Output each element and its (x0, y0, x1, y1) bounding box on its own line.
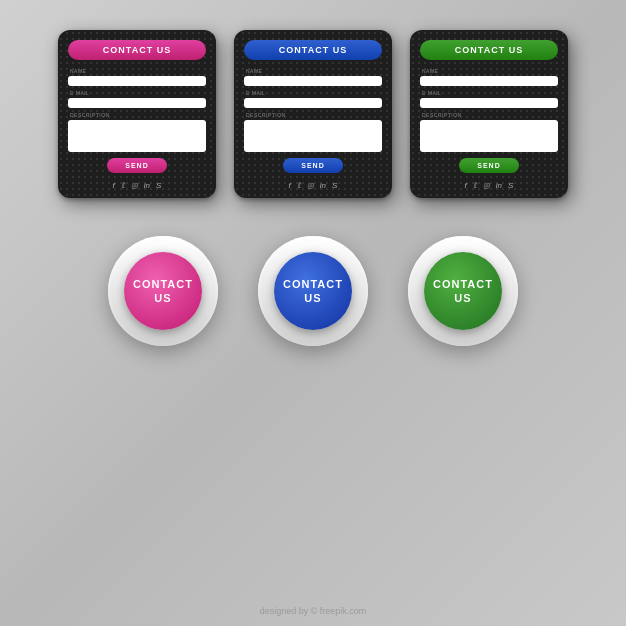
contact-card-blue: CONTACT US NAME E MAIL DESCRIPTION SEND … (234, 30, 392, 198)
name-label-blue: NAME (244, 68, 382, 74)
social-icons-blue: f 𝕥 ◎ in S (244, 179, 382, 190)
email-label-pink: E MAIL (68, 90, 206, 96)
watermark: designed by © freepik.com (0, 606, 626, 616)
name-input-pink[interactable] (68, 76, 206, 86)
facebook-icon[interactable]: f (289, 181, 291, 190)
instagram-icon[interactable]: ◎ (131, 181, 138, 190)
contact-us-button-pink[interactable]: CONTACT US (68, 40, 206, 60)
send-button-pink[interactable]: SEND (107, 158, 166, 173)
name-label-pink: NAME (68, 68, 206, 74)
circle-label-green: CONTACTUS (424, 252, 502, 330)
contact-circle-blue[interactable]: CONTACTUS (258, 236, 368, 346)
email-input-green[interactable] (420, 98, 558, 108)
circle-label-blue: CONTACTUS (274, 252, 352, 330)
description-input-green[interactable] (420, 120, 558, 152)
send-button-green[interactable]: SEND (459, 158, 518, 173)
contact-card-pink: CONTACT US NAME E MAIL DESCRIPTION SEND … (58, 30, 216, 198)
email-input-blue[interactable] (244, 98, 382, 108)
description-label-blue: DESCRIPTION (244, 112, 382, 118)
name-input-green[interactable] (420, 76, 558, 86)
cards-row: CONTACT US NAME E MAIL DESCRIPTION SEND … (58, 30, 568, 198)
circles-row: CONTACTUS CONTACTUS CONTACTUS (108, 236, 518, 346)
email-label-green: E MAIL (420, 90, 558, 96)
circle-label-pink: CONTACTUS (124, 252, 202, 330)
instagram-icon[interactable]: ◎ (483, 181, 490, 190)
description-label-pink: DESCRIPTION (68, 112, 206, 118)
facebook-icon[interactable]: f (465, 181, 467, 190)
email-label-blue: E MAIL (244, 90, 382, 96)
instagram-icon[interactable]: ◎ (307, 181, 314, 190)
facebook-icon[interactable]: f (113, 181, 115, 190)
name-input-blue[interactable] (244, 76, 382, 86)
skype-icon[interactable]: S (332, 181, 337, 190)
skype-icon[interactable]: S (156, 181, 161, 190)
social-icons-pink: f 𝕥 ◎ in S (68, 179, 206, 190)
email-input-pink[interactable] (68, 98, 206, 108)
description-input-blue[interactable] (244, 120, 382, 152)
social-icons-green: f 𝕥 ◎ in S (420, 179, 558, 190)
twitter-icon[interactable]: 𝕥 (121, 181, 125, 190)
contact-us-button-green[interactable]: CONTACT US (420, 40, 558, 60)
skype-icon[interactable]: S (508, 181, 513, 190)
twitter-icon[interactable]: 𝕥 (297, 181, 301, 190)
contact-card-green: CONTACT US NAME E MAIL DESCRIPTION SEND … (410, 30, 568, 198)
linkedin-icon[interactable]: in (144, 181, 150, 190)
linkedin-icon[interactable]: in (320, 181, 326, 190)
contact-circle-pink[interactable]: CONTACTUS (108, 236, 218, 346)
contact-circle-green[interactable]: CONTACTUS (408, 236, 518, 346)
description-label-green: DESCRIPTION (420, 112, 558, 118)
twitter-icon[interactable]: 𝕥 (473, 181, 477, 190)
send-button-blue[interactable]: SEND (283, 158, 342, 173)
description-input-pink[interactable] (68, 120, 206, 152)
name-label-green: NAME (420, 68, 558, 74)
contact-us-button-blue[interactable]: CONTACT US (244, 40, 382, 60)
linkedin-icon[interactable]: in (496, 181, 502, 190)
